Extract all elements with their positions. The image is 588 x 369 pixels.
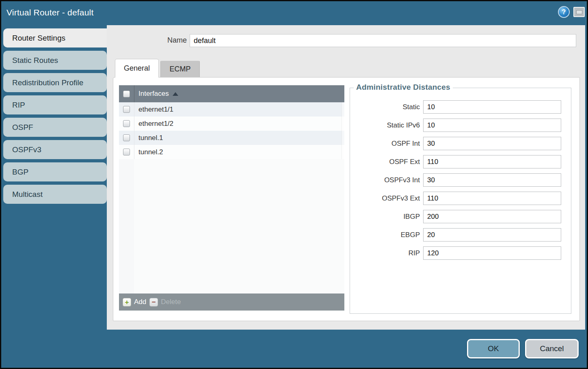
table-row-ethernet1-2[interactable]: ethernet1/2 (119, 117, 344, 131)
delete-minus-icon: − (149, 298, 158, 306)
sidebar-item-bgp[interactable]: BGP (3, 162, 107, 181)
sidebar-item-rip[interactable]: RIP (3, 95, 107, 114)
field-row-static-ipv6: Static IPv6 (350, 119, 571, 132)
row-checkbox[interactable] (123, 120, 130, 127)
row-checkbox[interactable] (123, 134, 130, 141)
field-label: Static (350, 103, 420, 111)
interfaces-table-footer: + Add − Delete (119, 293, 344, 311)
dialog-titlebar: Virtual Router - default ? (1, 1, 587, 25)
tab-ecmp[interactable]: ECMP (160, 60, 200, 78)
virtual-router-dialog: Virtual Router - default ? Router Settin… (1, 1, 587, 368)
ok-button-label: OK (488, 344, 499, 353)
sidebar-item-label: BGP (12, 168, 28, 177)
field-label: OSPF Int (350, 140, 420, 148)
field-label: EBGP (350, 231, 420, 239)
dialog-title: Virtual Router - default (6, 8, 94, 17)
interfaces-table-header: Interfaces (119, 85, 344, 102)
field-label: Static IPv6 (350, 121, 420, 129)
add-plus-icon: + (123, 298, 131, 306)
sidebar-item-multicast[interactable]: Multicast (3, 185, 107, 204)
field-row-rip: RIP (350, 246, 571, 260)
ok-button[interactable]: OK (467, 339, 520, 358)
help-glyph: ? (562, 9, 566, 16)
sidebar-item-static-routes[interactable]: Static Routes (3, 51, 107, 70)
ibgp-distance-input[interactable] (423, 210, 561, 223)
ebgp-distance-input[interactable] (423, 228, 561, 242)
field-row-static: Static (350, 100, 571, 114)
field-label: IBGP (350, 213, 420, 221)
field-label: OSPF Ext (350, 158, 420, 166)
field-row-ospfv3-int: OSPFv3 Int (350, 173, 571, 187)
sidebar-item-label: Multicast (12, 190, 43, 199)
table-scrollbar-track[interactable] (342, 102, 344, 159)
interfaces-column-header[interactable]: Interfaces (134, 85, 344, 102)
sidebar-item-label: Redistribution Profile (12, 78, 83, 87)
interface-name: tunnel.2 (134, 145, 344, 159)
sidebar-item-label: Router Settings (12, 34, 65, 43)
restore-window-icon[interactable] (573, 7, 585, 17)
field-row-ospf-int: OSPF Int (350, 137, 571, 150)
delete-button[interactable]: − Delete (149, 298, 181, 306)
static-ipv6-distance-input[interactable] (423, 119, 561, 132)
ospf-ext-distance-input[interactable] (423, 155, 561, 168)
administrative-distances-fieldset: Administrative Distances Static Static I… (350, 88, 571, 314)
cancel-button[interactable]: Cancel (525, 339, 579, 358)
tab-general[interactable]: General (115, 59, 159, 78)
delete-button-label: Delete (161, 298, 181, 306)
sidebar-item-redistribution-profile[interactable]: Redistribution Profile (3, 73, 107, 92)
ospfv3-int-distance-input[interactable] (423, 173, 561, 187)
interface-name: ethernet1/1 (134, 102, 344, 117)
interfaces-table: Interfaces ethernet1/1 ethernet1/2 tunne… (119, 85, 344, 311)
add-button-label: Add (134, 298, 146, 306)
table-row-tunnel-2[interactable]: tunnel.2 (119, 145, 344, 159)
interface-name: tunnel.1 (134, 131, 344, 145)
ospf-int-distance-input[interactable] (423, 137, 561, 150)
tab-label: ECMP (169, 65, 190, 73)
router-settings-page: Name General ECMP Interfaces (107, 25, 585, 330)
field-label: RIP (350, 249, 420, 257)
sidebar-item-label: Static Routes (12, 56, 58, 65)
static-distance-input[interactable] (423, 100, 561, 114)
sort-ascending-icon (173, 92, 178, 96)
row-checkbox[interactable] (123, 149, 130, 155)
sidebar-item-label: OSPFv3 (12, 145, 41, 154)
fieldset-legend: Administrative Distances (354, 83, 453, 92)
rip-distance-input[interactable] (423, 246, 561, 260)
tab-label: General (124, 64, 150, 73)
field-label: OSPFv3 Ext (350, 194, 420, 203)
table-empty-area (119, 159, 344, 293)
name-field-label: Name (110, 36, 187, 45)
cancel-button-label: Cancel (540, 344, 564, 353)
row-checkbox[interactable] (123, 106, 130, 113)
help-icon[interactable]: ? (558, 6, 570, 18)
sidebar-item-ospf[interactable]: OSPF (3, 118, 107, 137)
field-row-ebgp: EBGP (350, 228, 571, 242)
table-row-tunnel-1[interactable]: tunnel.1 (119, 131, 344, 145)
table-row-ethernet1-1[interactable]: ethernet1/1 (119, 102, 344, 117)
restore-window-glyph (576, 10, 582, 14)
field-label: OSPFv3 Int (350, 176, 420, 184)
field-row-ospf-ext: OSPF Ext (350, 155, 571, 168)
select-all-checkbox[interactable] (123, 91, 130, 97)
add-button[interactable]: + Add (123, 298, 146, 306)
interface-name: ethernet1/2 (134, 117, 344, 131)
field-row-ibgp: IBGP (350, 210, 571, 223)
sidebar-item-label: RIP (12, 101, 25, 110)
sidebar-item-label: OSPF (12, 123, 33, 132)
ospfv3-ext-distance-input[interactable] (423, 192, 561, 205)
sidebar-item-ospfv3[interactable]: OSPFv3 (3, 140, 107, 159)
field-row-ospfv3-ext: OSPFv3 Ext (350, 192, 571, 205)
sidebar-item-router-settings[interactable]: Router Settings (3, 28, 108, 47)
name-input[interactable] (190, 34, 576, 47)
general-tab-panel: Interfaces ethernet1/1 ethernet1/2 tunne… (113, 77, 580, 321)
